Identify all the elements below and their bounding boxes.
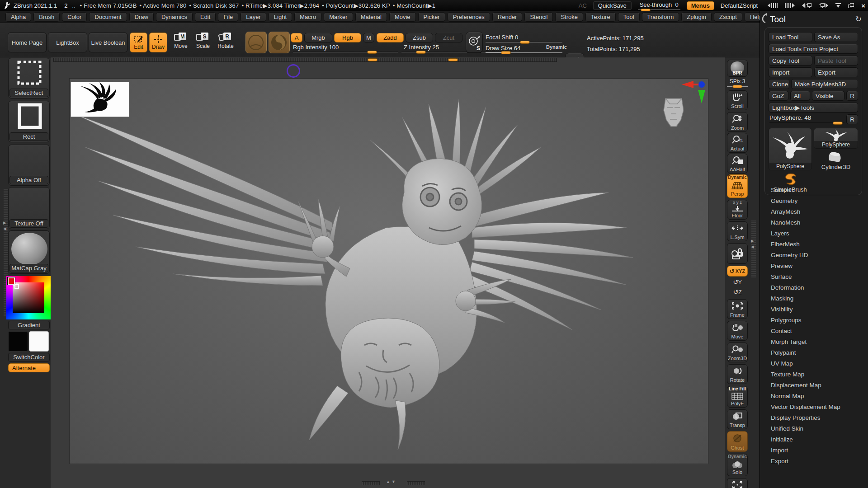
menu-light[interactable]: Light	[269, 12, 292, 22]
horizontal-scroll-strip[interactable]	[53, 58, 557, 62]
menu-tool[interactable]: Tool	[618, 12, 640, 22]
section-fibermesh[interactable]: FiberMesh	[760, 239, 868, 249]
main-color-swatch[interactable]	[8, 331, 28, 352]
ghost-button[interactable]: Ghost	[727, 431, 748, 452]
secondary-color-swatch[interactable]	[29, 331, 49, 352]
active-tool-thumbnail[interactable]: PolySphere	[769, 128, 812, 170]
zoom3d-button[interactable]: Zoom3D	[727, 343, 748, 362]
lsym-button[interactable]: L.Sym	[727, 221, 748, 241]
section-layers[interactable]: Layers	[760, 228, 868, 239]
scroll-button[interactable]: Scroll	[727, 90, 748, 110]
doc-nav-arrows[interactable]: ▲▼	[386, 479, 396, 484]
m-button[interactable]: M	[363, 33, 374, 42]
polyframe-button[interactable]: Line Fill PolyF	[727, 386, 748, 408]
menu-stencil[interactable]: Stencil	[524, 12, 553, 22]
default-zscript-button[interactable]: DefaultZScript	[721, 2, 758, 9]
right-tray-arrows[interactable]: ▶◀	[751, 239, 754, 249]
menu-color[interactable]: Color	[62, 12, 87, 22]
section-displacement-map[interactable]: Displacement Map	[760, 380, 868, 390]
current-material-button[interactable]	[245, 32, 267, 53]
import-button[interactable]: Import	[769, 67, 812, 77]
section-morph-target[interactable]: Morph Target	[760, 336, 868, 347]
see-through-slider[interactable]: See-through 0	[638, 1, 680, 10]
section-display-properties[interactable]: Display Properties	[760, 412, 868, 423]
frame-button[interactable]: Frame	[727, 299, 748, 319]
tool-slot-polysphere[interactable]: PolySphere	[814, 128, 858, 149]
section-polypaint[interactable]: Polypaint	[760, 347, 868, 358]
move-3d-button[interactable]: Move	[727, 321, 748, 341]
menu-preferences[interactable]: Preferences	[448, 12, 490, 22]
rotate-xyz-button[interactable]: ↺XYZ	[727, 266, 748, 277]
menu-movie[interactable]: Movie	[389, 12, 416, 22]
color-picker[interactable]	[6, 276, 51, 319]
doc-scroll-right-handle[interactable]	[407, 481, 425, 485]
solo-button[interactable]: Dynamic Solo	[727, 454, 748, 476]
restore-icon[interactable]	[848, 3, 854, 8]
menu-edit[interactable]: Edit	[195, 12, 216, 22]
paste-tool-button[interactable]: Paste Tool	[814, 56, 858, 66]
zsub-button[interactable]: Zsub	[406, 33, 433, 42]
section-visibility[interactable]: Visibility	[760, 304, 868, 314]
rotate-z-button[interactable]: ↺Z	[727, 288, 748, 296]
menu-zscript[interactable]: Zscript	[714, 12, 742, 22]
mrgb-button[interactable]: Mrgb	[304, 33, 332, 42]
alpha-shape-button[interactable]: Rect	[8, 101, 50, 142]
left-tray-arrows[interactable]: ▶◀	[3, 221, 6, 231]
menu-alpha[interactable]: Alpha	[5, 12, 31, 22]
make-polymesh3d-button[interactable]: Make PolyMesh3D	[791, 79, 858, 89]
menu-material[interactable]: Material	[355, 12, 387, 22]
spix-slider[interactable]: SPix 3	[727, 78, 748, 84]
minimize-icon[interactable]	[835, 3, 841, 8]
export-button[interactable]: Export	[814, 67, 858, 77]
zoom-button[interactable]: Zoom	[727, 112, 748, 132]
switchcolor-button[interactable]: SwitchColor	[8, 353, 50, 361]
section-masking[interactable]: Masking	[760, 293, 868, 304]
menu-render[interactable]: Render	[492, 12, 523, 22]
section-export[interactable]: Export	[760, 455, 868, 466]
persp-button[interactable]: Dynamic Persp	[727, 174, 748, 198]
zcut-button[interactable]: Zcut	[435, 33, 462, 42]
floor-button[interactable]: x y z L.Sym Floor	[727, 200, 748, 220]
right-tray-divider[interactable]	[751, 221, 756, 277]
rotate-y-button[interactable]: ↺Y	[727, 278, 748, 286]
section-polygroups[interactable]: Polygroups	[760, 314, 868, 325]
menu-zplugin[interactable]: Zplugin	[681, 12, 712, 22]
collapse-right-tray-icon[interactable]	[785, 3, 795, 8]
goz-button[interactable]: GoZ	[769, 91, 788, 101]
section-subtool[interactable]: Subtool	[760, 184, 868, 195]
camera-lock-button[interactable]	[727, 243, 748, 264]
menu-dynamics[interactable]: Dynamics	[156, 12, 193, 22]
section-geometry[interactable]: Geometry	[760, 195, 868, 206]
edit-button[interactable]: Edit	[130, 33, 147, 52]
load-tool-button[interactable]: Load Tool	[769, 32, 812, 42]
transp-button[interactable]: Transp	[727, 409, 748, 429]
actual-button[interactable]: x1 Actual	[727, 133, 748, 153]
rotate-3d-button[interactable]: Rotate	[727, 364, 748, 384]
stroke-selector-button[interactable]: SelectRect	[8, 58, 50, 99]
menu-file[interactable]: File	[218, 12, 238, 22]
section-nanomesh[interactable]: NanoMesh	[760, 217, 868, 228]
live-boolean-button[interactable]: Live Boolean	[89, 33, 127, 52]
section-initialize[interactable]: Initialize	[760, 434, 868, 445]
menu-transform[interactable]: Transform	[642, 12, 679, 22]
section-geometry-hd[interactable]: Geometry HD	[760, 249, 868, 260]
menu-marker[interactable]: Marker	[324, 12, 353, 22]
tool-slot-cylinder3d[interactable]: Cylinder3D	[814, 150, 858, 170]
goz-r-button[interactable]: R	[846, 91, 858, 101]
goz-all-button[interactable]: All	[790, 91, 810, 101]
aahalf-button[interactable]: AAHalf	[727, 154, 748, 174]
goz-visible-button[interactable]: Visible	[812, 91, 844, 101]
section-import[interactable]: Import	[760, 445, 868, 455]
bpr-button[interactable]: BPR	[727, 60, 748, 77]
section-uv-map[interactable]: UV Map	[760, 358, 868, 369]
gradient-label[interactable]: Gradient	[8, 321, 50, 329]
section-surface[interactable]: Surface	[760, 271, 868, 282]
move-window-right-icon[interactable]	[819, 3, 828, 8]
mode-a-button[interactable]: A	[291, 33, 302, 42]
quicksave-button[interactable]: QuickSave	[593, 1, 632, 10]
lightbox-button[interactable]: LightBox	[48, 33, 87, 52]
polysphere-r-button[interactable]: R	[846, 114, 858, 124]
rotate-tool[interactable]: R Rotate	[215, 33, 236, 49]
menu-layer[interactable]: Layer	[241, 12, 266, 22]
copy-tool-button[interactable]: Copy Tool	[769, 56, 812, 66]
